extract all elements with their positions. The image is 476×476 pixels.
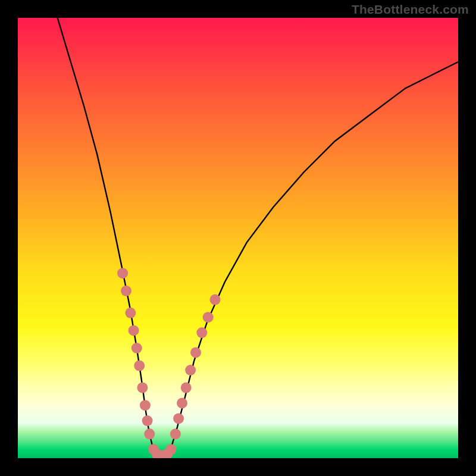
marker-right — [173, 413, 184, 424]
marker-left — [137, 383, 148, 393]
marker-left — [140, 400, 151, 411]
marker-bottom — [166, 444, 177, 455]
marker-left — [129, 325, 139, 336]
marker-left — [125, 308, 136, 318]
marker-right — [203, 312, 214, 322]
marker-left — [121, 286, 131, 296]
curve-path — [58, 18, 458, 456]
marker-left — [142, 415, 153, 426]
marker-right — [177, 398, 187, 409]
bottleneck-curve — [58, 18, 458, 456]
marker-right — [210, 295, 221, 305]
curve-markers — [117, 268, 220, 458]
marker-right — [196, 327, 207, 338]
marker-right — [181, 383, 192, 393]
marker-left — [117, 268, 128, 278]
marker-right — [190, 347, 201, 358]
marker-right — [185, 365, 196, 375]
watermark-text: TheBottleneck.com — [352, 2, 469, 17]
chart-frame: TheBottleneck.com — [0, 0, 476, 476]
marker-left — [144, 428, 155, 439]
chart-overlay — [18, 18, 458, 458]
marker-right — [170, 428, 181, 439]
marker-left — [134, 361, 145, 371]
marker-left — [131, 343, 142, 353]
